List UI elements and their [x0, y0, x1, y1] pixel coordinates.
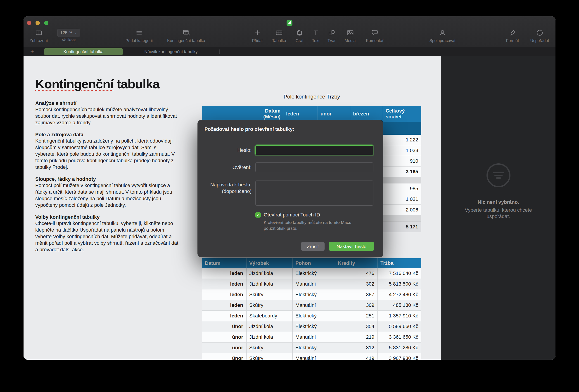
- table-cell[interactable]: 5 171: [383, 222, 421, 232]
- toolbar-add-category-button[interactable]: Přidat kategorii: [126, 28, 153, 43]
- pivot-table-icon: [182, 28, 190, 38]
- table-cell[interactable]: Skútry: [247, 289, 293, 300]
- table-cell[interactable]: [383, 177, 421, 183]
- toolbar-format-button[interactable]: Formát: [506, 28, 519, 43]
- toolbar-insert-button[interactable]: Přidat: [252, 28, 263, 43]
- password-input[interactable]: [255, 145, 373, 155]
- table-cell[interactable]: únor: [202, 353, 247, 360]
- set-password-button[interactable]: Nastavit heslo: [329, 242, 374, 251]
- toolbar-table-button[interactable]: Tabulka: [272, 28, 286, 43]
- toolbar-comment-button[interactable]: Komentář: [366, 28, 384, 43]
- hint-input[interactable]: [255, 180, 373, 206]
- table-cell[interactable]: 251: [335, 311, 378, 321]
- table-cell[interactable]: 3 361 650 Kč: [378, 332, 421, 342]
- pivot-header-cell[interactable]: Datum (Měsíc): [202, 106, 283, 122]
- table-cell[interactable]: 2 006: [383, 205, 421, 215]
- table-cell[interactable]: leden: [202, 279, 247, 289]
- verify-label: Ověření:: [198, 163, 251, 172]
- cancel-button[interactable]: Zrušit: [301, 242, 325, 251]
- touchid-checkbox[interactable]: ✓: [255, 212, 261, 218]
- data-header-cell[interactable]: Tržba: [378, 258, 421, 268]
- table-cell[interactable]: Elektrický: [293, 311, 335, 321]
- table-cell[interactable]: 309: [335, 300, 378, 310]
- zoom-dropdown[interactable]: 125 % ⌄: [57, 29, 80, 37]
- table-cell[interactable]: únor: [202, 321, 247, 332]
- add-sheet-button[interactable]: +: [30, 47, 34, 56]
- table-cell[interactable]: 219: [335, 332, 378, 342]
- pivot-header-cell[interactable]: březen: [350, 106, 383, 122]
- data-table-rows: leden Jízdní kola Elektrický 476 7 516 0…: [202, 268, 421, 360]
- table-cell[interactable]: 1 033: [383, 145, 421, 156]
- toolbar-view-button[interactable]: Zobrazení: [29, 28, 48, 43]
- toolbar-text-button[interactable]: Text: [312, 28, 320, 43]
- table-cell[interactable]: 5 831 280 Kč: [378, 342, 421, 353]
- table-cell[interactable]: 354: [335, 321, 378, 332]
- table-cell[interactable]: Skateboardy: [247, 311, 293, 321]
- table-cell[interactable]: 5 813 500 Kč: [378, 279, 421, 289]
- table-cell[interactable]: leden: [202, 311, 247, 321]
- data-header-cell[interactable]: Kredity: [335, 258, 378, 268]
- table-cell[interactable]: Manuální: [293, 353, 335, 360]
- table-cell[interactable]: 4 272 480 Kč: [378, 289, 421, 300]
- table-cell[interactable]: 387: [335, 289, 378, 300]
- pivot-header-cell[interactable]: Celkový součet: [383, 106, 421, 122]
- table-cell[interactable]: [383, 215, 421, 222]
- table-cell[interactable]: 312: [335, 342, 378, 353]
- table-cell[interactable]: 910: [383, 156, 421, 166]
- table-cell[interactable]: Elektrický: [293, 268, 335, 279]
- table-cell[interactable]: 485 130 Kč: [378, 300, 421, 310]
- data-header-cell[interactable]: Pohon: [293, 258, 335, 268]
- toolbar-zoom-control[interactable]: 125 % ⌄ Velikost: [57, 28, 80, 43]
- table-cell[interactable]: leden: [202, 268, 247, 279]
- table-cell[interactable]: 3 165: [383, 167, 421, 177]
- table-cell[interactable]: 476: [335, 268, 378, 279]
- toolbar-chart-button[interactable]: Graf: [295, 28, 303, 43]
- table-cell[interactable]: leden: [202, 300, 247, 310]
- data-header-cell[interactable]: Výrobek: [247, 258, 293, 268]
- table-cell[interactable]: Manuální: [293, 300, 335, 310]
- section-volby: Volby kontingenční tabulky Chcete-li upr…: [35, 214, 179, 253]
- table-row: leden Skútry Manuální 309 485 130 Kč: [202, 300, 421, 311]
- table-cell[interactable]: Skútry: [247, 300, 293, 310]
- table-cell[interactable]: Jízdní kola: [247, 332, 293, 342]
- table-icon: [275, 28, 283, 38]
- table-cell[interactable]: 985: [383, 183, 421, 194]
- toolbar-collaborate-button[interactable]: Spolupracovat: [429, 28, 455, 43]
- table-cell[interactable]: Jízdní kola: [247, 268, 293, 279]
- table-cell[interactable]: Elektrický: [293, 289, 335, 300]
- table-cell[interactable]: Manuální: [293, 332, 335, 342]
- table-cell[interactable]: 7 516 040 Kč: [378, 268, 421, 279]
- toolbar-pivot-table-button[interactable]: Kontingenční tabulka: [167, 28, 205, 43]
- table-cell[interactable]: únor: [202, 332, 247, 342]
- section-heading: Volby kontingenční tabulky: [35, 214, 179, 220]
- data-header-cell[interactable]: Datum: [202, 258, 247, 268]
- table-cell[interactable]: leden: [202, 289, 247, 300]
- table-cell[interactable]: 5 589 660 Kč: [378, 321, 421, 332]
- table-cell[interactable]: Elektrický: [293, 342, 335, 353]
- tab-nacvik-kontingencni-tabulky[interactable]: Nácvik kontingenční tabulky: [126, 48, 216, 55]
- table-cell[interactable]: 302: [335, 279, 378, 289]
- toolbar-organize-button[interactable]: Uspořádat: [530, 28, 549, 43]
- table-cell[interactable]: 1 222: [383, 135, 421, 145]
- toolbar-media-button[interactable]: Média: [345, 28, 356, 43]
- table-cell[interactable]: Manuální: [293, 279, 335, 289]
- table-cell[interactable]: únor: [202, 342, 247, 353]
- verify-input[interactable]: [255, 163, 373, 172]
- table-cell[interactable]: 1 021: [383, 194, 421, 205]
- toolbar-shape-button[interactable]: Tvar: [328, 28, 336, 43]
- pivot-table-header-row: Datum (Měsíc) leden únor březen Celkový …: [202, 106, 421, 122]
- table-cell[interactable]: Elektrický: [293, 321, 335, 332]
- table-cell[interactable]: Skútry: [247, 342, 293, 353]
- table-cell[interactable]: Skútry: [247, 353, 293, 360]
- checkmark-icon: ✓: [256, 212, 260, 217]
- pivot-header-cell[interactable]: leden: [283, 106, 318, 122]
- table-cell[interactable]: Jízdní kola: [247, 321, 293, 332]
- sidebar-empty-subtitle: Vyberte tabulku, kterou chcete uspořádat…: [457, 207, 540, 220]
- sheet-tab-bar: + Kontingenční tabulka Nácvik kontingenč…: [23, 47, 556, 56]
- table-cell[interactable]: Jízdní kola: [247, 279, 293, 289]
- pivot-header-cell[interactable]: únor: [318, 106, 350, 122]
- table-cell[interactable]: 3 967 930 Kč: [378, 353, 421, 360]
- table-cell[interactable]: 1 357 910 Kč: [378, 311, 421, 321]
- table-cell[interactable]: 419: [335, 353, 378, 360]
- tab-kontingencni-tabulka[interactable]: Kontingenční tabulka: [44, 48, 123, 55]
